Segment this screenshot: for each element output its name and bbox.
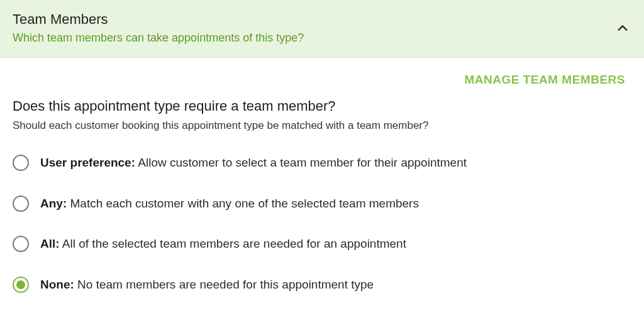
radio-label-text: No team members are needed for this appo… bbox=[74, 278, 374, 291]
panel-subtitle: Which team members can take appointments… bbox=[13, 31, 304, 45]
radio-label-text: Match each customer with any one of the … bbox=[67, 197, 419, 210]
radio-label-text: Allow customer to select a team member f… bbox=[135, 156, 467, 169]
panel-title: Team Members bbox=[13, 11, 304, 28]
radio-option-all[interactable]: All: All of the selected team members ar… bbox=[13, 236, 631, 253]
radio-label: None: No team members are needed for thi… bbox=[40, 277, 374, 294]
radio-label: All: All of the selected team members ar… bbox=[40, 236, 406, 253]
radio-label-bold: User preference: bbox=[40, 156, 135, 169]
panel-header-text: Team Members Which team members can take… bbox=[13, 11, 304, 45]
radio-option-none[interactable]: None: No team members are needed for thi… bbox=[13, 277, 631, 294]
radio-icon bbox=[13, 195, 29, 212]
panel-header[interactable]: Team Members Which team members can take… bbox=[0, 0, 644, 58]
panel-body: MANAGE TEAM MEMBERS Does this appointmen… bbox=[0, 58, 644, 312]
radio-icon bbox=[13, 236, 29, 252]
radio-label-text: All of the selected team members are nee… bbox=[60, 237, 406, 250]
chevron-up-icon[interactable] bbox=[614, 19, 631, 37]
radio-option-any[interactable]: Any: Match each customer with any one of… bbox=[13, 195, 631, 212]
radio-option-user-preference[interactable]: User preference: Allow customer to selec… bbox=[13, 155, 631, 172]
question-title: Does this appointment type require a tea… bbox=[13, 98, 631, 114]
radio-label-bold: Any: bbox=[40, 197, 67, 210]
radio-label-bold: All: bbox=[40, 237, 60, 250]
radio-label: Any: Match each customer with any one of… bbox=[40, 195, 419, 212]
radio-group: User preference: Allow customer to selec… bbox=[13, 155, 631, 293]
radio-icon bbox=[13, 277, 29, 293]
radio-icon bbox=[13, 155, 29, 171]
radio-label-bold: None: bbox=[40, 278, 74, 291]
manage-team-members-link[interactable]: MANAGE TEAM MEMBERS bbox=[13, 73, 631, 87]
radio-label: User preference: Allow customer to selec… bbox=[40, 155, 467, 172]
question-subtitle: Should each customer booking this appoin… bbox=[13, 119, 631, 132]
